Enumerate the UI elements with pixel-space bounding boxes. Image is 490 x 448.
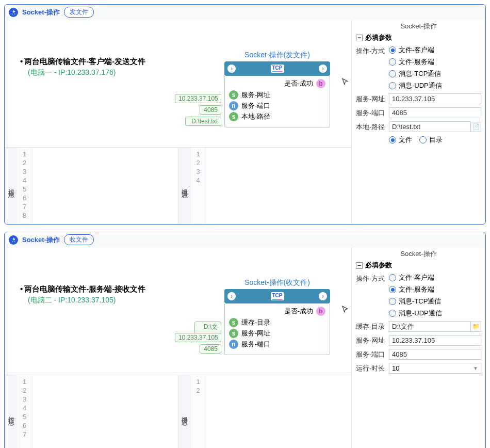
input-chip[interactable]: 10.233.37.105: [175, 94, 221, 103]
line-gutter: 1234567: [17, 375, 32, 448]
prop-label: 本地-路径: [356, 121, 389, 132]
prop-label: 服务-网址: [356, 93, 389, 104]
server-port-input[interactable]: [389, 107, 481, 118]
mode-radio[interactable]: 消息-UDP通信: [389, 81, 481, 90]
mode-radio[interactable]: 文件-客户端: [389, 273, 481, 282]
port-label: 服务-端口: [241, 101, 270, 110]
panel-head: Socket-操作 发文件: [5, 5, 485, 20]
tcp-icon: TCP: [271, 292, 284, 300]
local-path-input[interactable]: [389, 121, 471, 132]
port-label: 服务-端口: [241, 340, 270, 349]
log-body[interactable]: [206, 148, 352, 224]
radio-icon: [389, 46, 396, 54]
svg-point-2: [12, 241, 12, 242]
mode-radio[interactable]: 文件-服务端: [389, 57, 481, 67]
svg-point-1: [14, 13, 14, 14]
radio-icon: [389, 58, 396, 66]
param-group[interactable]: −必填参数: [356, 33, 481, 42]
arrow-left-icon[interactable]: ›: [227, 65, 236, 73]
arrow-right-icon[interactable]: ›: [319, 292, 327, 300]
panel-receive: Socket-操作 收文件 两台电脑传输文件-服务端-接收文件 (电脑二 - I…: [4, 232, 486, 448]
node-title: Socket-操作(收文件): [224, 278, 330, 287]
arrow-left-icon[interactable]: ›: [227, 292, 236, 300]
prop-label: 操作-方式: [356, 45, 389, 56]
port-label: 本地-路径: [241, 112, 270, 121]
prop-label: 操作-方式: [356, 273, 389, 283]
cursor-icon: [341, 305, 350, 314]
browse-file-icon[interactable]: 📄: [471, 122, 481, 132]
mode-radio[interactable]: 消息-UDP通信: [389, 309, 481, 318]
run-log: 运行日志 12345678: [5, 148, 178, 224]
radio-icon: [389, 310, 396, 317]
prop-label: 服务-端口: [356, 349, 389, 359]
logs: 运行日志 12345678 组件日志 1234: [5, 148, 351, 224]
run-icon[interactable]: [9, 8, 18, 17]
canvas[interactable]: 两台电脑传输文件-服务端-接收文件 (电脑二 - IP:10.233.37.10…: [5, 247, 351, 375]
server-port-input[interactable]: [389, 349, 481, 360]
mode-radio[interactable]: 消息-TCP通信: [389, 297, 481, 306]
run-icon[interactable]: [9, 235, 18, 245]
mode-radio[interactable]: 文件-客户端: [389, 45, 481, 55]
desc-sub: (电脑二 - IP:10.233.37.105): [28, 296, 145, 305]
port-str-icon[interactable]: s: [229, 112, 238, 121]
canvas[interactable]: 两台电脑传输文件-客户端-发送文件 (电脑一 - IP:10.233.37.17…: [5, 20, 351, 148]
duration-select[interactable]: 10▼: [389, 363, 481, 374]
pathtype-radio[interactable]: 文件: [389, 135, 412, 145]
port-str-icon[interactable]: s: [229, 318, 238, 327]
chevron-down-icon: ▼: [473, 365, 478, 371]
input-chip[interactable]: 4085: [200, 344, 221, 354]
head-pill[interactable]: 发文件: [64, 7, 94, 18]
mode-radio[interactable]: 文件-服务端: [389, 285, 481, 294]
port-num-icon[interactable]: n: [229, 340, 238, 349]
radio-icon: [389, 274, 396, 281]
log-label: 运行日志: [7, 411, 15, 415]
port-str-icon[interactable]: s: [229, 329, 238, 338]
line-gutter: 12: [191, 375, 206, 448]
arrow-right-icon[interactable]: ›: [319, 65, 327, 73]
port-label: 服务-网址: [241, 329, 270, 338]
port-bool-icon[interactable]: b: [316, 79, 325, 88]
desc-sub: (电脑一 - IP:10.233.37.176): [28, 68, 145, 77]
port-str-icon[interactable]: s: [229, 90, 238, 100]
port-label: 服务-网址: [241, 90, 270, 100]
panel-send: Socket-操作 发文件 两台电脑传输文件-客户端-发送文件 (电脑一 - I…: [4, 4, 486, 225]
node-bar[interactable]: › TCP ›: [224, 61, 330, 76]
cursor-icon: [341, 77, 350, 87]
browse-folder-icon[interactable]: 📁: [471, 322, 481, 332]
log-label: 运行日志: [7, 184, 15, 188]
properties-panel: Socket-操作 −必填参数 操作-方式 文件-客户端文件-服务端消息-TCP…: [351, 247, 485, 448]
component-log: 组件日志 1234: [178, 148, 352, 224]
port-bool-icon[interactable]: b: [316, 307, 325, 316]
prop-label: 服务-端口: [356, 107, 389, 118]
cache-dir-input[interactable]: [389, 321, 471, 332]
input-chip[interactable]: 10.233.37.105: [175, 333, 221, 342]
line-gutter: 12345678: [17, 148, 32, 224]
log-body[interactable]: [32, 148, 178, 224]
desc-title: 两台电脑传输文件-服务端-接收文件: [20, 284, 145, 294]
svg-point-3: [14, 241, 14, 242]
log-body[interactable]: [32, 375, 178, 448]
head-title: Socket-操作: [22, 8, 60, 17]
server-addr-input[interactable]: [389, 335, 481, 346]
input-chip[interactable]: 4085: [200, 105, 221, 115]
port-num-icon[interactable]: n: [229, 101, 238, 110]
node-body: 是否-成功b s服务-网址 n服务-端口 s本地-路径: [224, 76, 330, 127]
flow-node[interactable]: Socket-操作(发文件) › TCP › 是否-成功b s服务-网址 n服务…: [224, 51, 330, 127]
flow-node[interactable]: Socket-操作(收文件) › TCP › 是否-成功b s缓存-目录 s服务…: [224, 278, 330, 355]
log-body[interactable]: [206, 375, 352, 448]
prop-label: 缓存-目录: [356, 321, 389, 331]
node-bar[interactable]: › TCP ›: [224, 289, 330, 303]
input-chip[interactable]: D:\test.txt: [185, 117, 221, 126]
param-group[interactable]: −必填参数: [356, 261, 481, 270]
collapse-icon[interactable]: −: [356, 262, 363, 269]
radio-icon: [419, 136, 427, 143]
svg-point-0: [12, 13, 12, 14]
server-addr-input[interactable]: [389, 93, 481, 104]
line-gutter: 1234: [191, 148, 206, 224]
mode-radio[interactable]: 消息-TCP通信: [389, 69, 481, 78]
head-pill[interactable]: 收文件: [64, 234, 94, 245]
collapse-icon[interactable]: −: [356, 35, 363, 41]
pathtype-radio[interactable]: 目录: [419, 135, 443, 145]
logs: 运行日志 1234567 组件日志 12: [5, 375, 351, 448]
radio-icon: [389, 82, 396, 89]
